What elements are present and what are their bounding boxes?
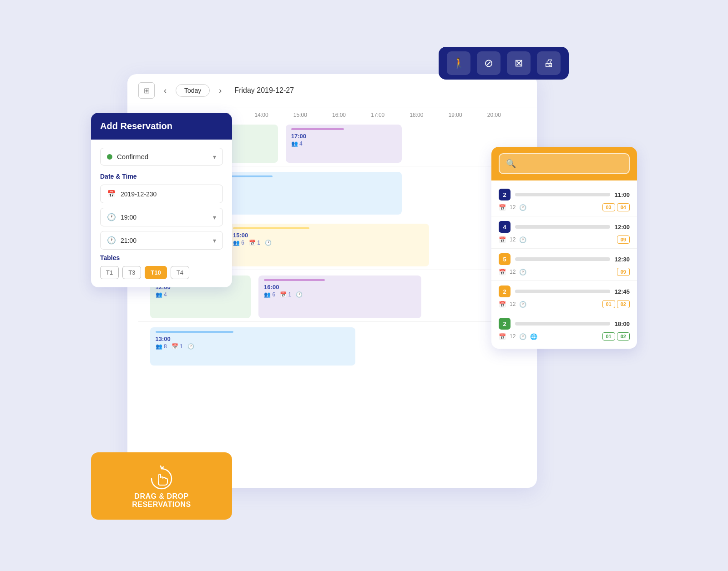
event-info-6: 👥 6 📅 1 🕐: [264, 291, 416, 298]
clock-icon-end: 🕐: [107, 236, 116, 245]
reservation-item-5[interactable]: 2 18:00 📅 12 🕐 🌐 01 02: [491, 313, 637, 345]
event-info-7: 👥 8 📅 1 🕐: [156, 343, 350, 350]
tag-01a[interactable]: 01: [602, 300, 615, 308]
res-item-1-top: 2 11:00: [499, 189, 630, 200]
time-end-value: 21:00: [121, 237, 208, 244]
time-14: 14:00: [255, 112, 293, 118]
toolbar-navy: 🚶 ⊘ ⊠ 🖨: [439, 47, 569, 80]
event-block-4[interactable]: 15:00 👥 6 📅 1 🕐: [228, 224, 429, 266]
reservation-item-4[interactable]: 2 12:45 📅 12 🕐 01 02: [491, 281, 637, 313]
search-box[interactable]: 🔍: [499, 153, 630, 174]
tags-1: 03 04: [602, 203, 630, 211]
res-item-5-top: 2 18:00: [499, 318, 630, 330]
name-bar-5: [515, 322, 610, 326]
walk-button[interactable]: 🚶: [447, 51, 470, 75]
clock-icon-2: 🕐: [519, 236, 526, 243]
name-bar-1: [515, 193, 610, 196]
tag-09b[interactable]: 09: [617, 268, 630, 276]
chevron-down-icon: ▾: [213, 153, 216, 160]
name-bar-4: [515, 290, 610, 293]
badge-3: 5: [499, 253, 511, 265]
reservation-item-2[interactable]: 4 12:00 📅 12 🕐 09: [491, 216, 637, 249]
search-input[interactable]: [521, 160, 622, 167]
globe-icon-5: 🌐: [530, 333, 537, 340]
name-bar-3: [515, 257, 610, 261]
event-time-6: 16:00: [264, 284, 416, 291]
tag-09a[interactable]: 09: [617, 235, 630, 244]
reservation-item-1[interactable]: 2 11:00 📅 12 🕐 03 04: [491, 184, 637, 216]
calendar-row-5: 13:00 👥 8 📅 1 🕐: [138, 324, 526, 369]
cal-icon-1: 📅: [499, 204, 506, 211]
cal-val-4: 12: [510, 301, 516, 307]
grid-icon: ⊞: [144, 86, 150, 95]
tags-3: 09: [617, 268, 630, 276]
res-item-2-bottom: 📅 12 🕐 09: [499, 235, 630, 244]
res-time-5: 18:00: [615, 321, 630, 327]
add-reservation-title: Add Reservation: [100, 121, 172, 131]
res-time-2: 12:00: [615, 224, 630, 230]
time-18: 18:00: [410, 112, 448, 118]
tag-02b[interactable]: 02: [617, 332, 630, 341]
add-reservation-body: Confirmed ▾ Date & Time 📅 2019-12-230 🕐 …: [91, 140, 232, 287]
status-label: Confirmed: [117, 153, 213, 160]
close-box-icon: ⊠: [515, 57, 523, 69]
print-icon: 🖨: [544, 57, 554, 69]
event-time-2: 17:00: [291, 133, 397, 140]
next-button[interactable]: ›: [215, 84, 225, 97]
block-button[interactable]: ⊘: [477, 51, 500, 75]
cal-val-3: 12: [510, 269, 516, 275]
cal-val-5: 12: [510, 333, 516, 340]
event-block-6[interactable]: 16:00 👥 6 📅 1 🕐: [258, 275, 421, 318]
table-chip-T3[interactable]: T3: [122, 266, 141, 279]
time-end-field[interactable]: 🕐 21:00 ▾: [100, 231, 223, 250]
res-item-1-bottom: 📅 12 🕐 03 04: [499, 203, 630, 211]
today-button[interactable]: Today: [176, 84, 210, 97]
badge-5: 2: [499, 318, 511, 330]
reservation-list-items: 2 11:00 📅 12 🕐 03 04 4: [491, 180, 637, 349]
status-dot: [107, 154, 112, 160]
time-start-value: 19:00: [121, 214, 208, 221]
cal-val-2: 12: [510, 236, 516, 243]
cal-icon-3: 📅: [499, 269, 506, 275]
tag-01b[interactable]: 01: [602, 332, 615, 341]
reservation-list-panel: 🔍 2 11:00 📅 12 🕐 03 04: [491, 147, 637, 349]
reservation-item-3[interactable]: 5 12:30 📅 12 🕐 09: [491, 249, 637, 281]
tags-2: 09: [617, 235, 630, 244]
search-icon: 🔍: [506, 159, 516, 169]
res-item-2-top: 4 12:00: [499, 221, 630, 233]
block-icon: ⊘: [484, 57, 493, 70]
tag-04[interactable]: 04: [617, 203, 630, 211]
event-time-4: 15:00: [233, 232, 424, 239]
add-reservation-panel: Add Reservation Confirmed ▾ Date & Time …: [91, 113, 232, 287]
scene: ⊞ ‹ Today › Friday 2019-12-27 11:00 12:0…: [91, 47, 637, 524]
cal-val-1: 12: [510, 204, 516, 210]
prev-button[interactable]: ‹: [160, 84, 170, 97]
time-start-field[interactable]: 🕐 19:00 ▾: [100, 208, 223, 226]
tag-02a[interactable]: 02: [617, 300, 630, 308]
event-block-7[interactable]: 13:00 👥 8 📅 1 🕐: [150, 327, 356, 366]
add-reservation-header: Add Reservation: [91, 113, 232, 140]
event-time-7: 13:00: [156, 336, 350, 342]
grid-icon-button[interactable]: ⊞: [138, 82, 155, 99]
time-15: 15:00: [293, 112, 332, 118]
event-info-4: 👥 6 📅 1 🕐: [233, 240, 424, 246]
table-chip-T4[interactable]: T4: [171, 266, 189, 279]
event-info-2: 👥 4: [291, 140, 397, 147]
table-chip-T1[interactable]: T1: [100, 266, 119, 279]
clock-icon-5: 🕐: [519, 333, 526, 340]
status-dropdown[interactable]: Confirmed ▾: [100, 148, 223, 165]
print-button[interactable]: 🖨: [537, 51, 561, 75]
tables-row: T1 T3 T10 T4: [100, 266, 223, 279]
date-field[interactable]: 📅 2019-12-230: [100, 185, 223, 203]
time-20: 20:00: [487, 112, 526, 118]
close-box-button[interactable]: ⊠: [507, 51, 531, 75]
event-block-2[interactable]: 17:00 👥 4: [286, 125, 402, 163]
time-16: 16:00: [332, 112, 371, 118]
badge-2: 4: [499, 221, 511, 233]
tag-03[interactable]: 03: [602, 203, 615, 211]
drag-drop-icon: [148, 465, 175, 492]
reservation-search-header: 🔍: [491, 147, 637, 180]
time-17: 17:00: [371, 112, 410, 118]
res-item-3-top: 5 12:30: [499, 253, 630, 265]
table-chip-T10[interactable]: T10: [145, 266, 167, 279]
